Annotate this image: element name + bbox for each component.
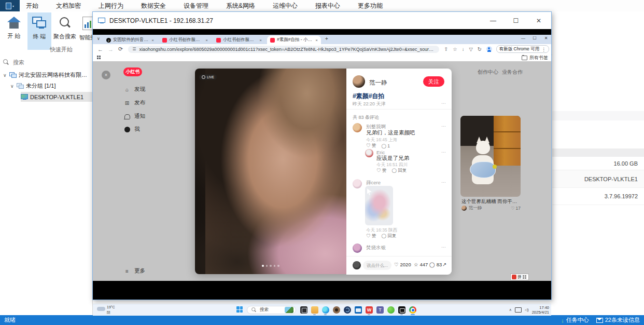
back-icon[interactable]: ← <box>97 46 103 52</box>
send-to-devices-icon[interactable]: ⇪ <box>444 46 448 52</box>
task-center-button[interactable]: ↓ 任务中心 <box>561 316 589 324</box>
chrome-icon[interactable] <box>409 306 416 314</box>
more-icon[interactable]: ⋯ <box>441 101 446 106</box>
my-avatar[interactable] <box>353 261 361 269</box>
menu-item-ops-center[interactable]: 运维中心 <box>271 0 300 12</box>
nav-discover[interactable]: ⌂ 发现 <box>124 86 145 93</box>
teams-icon[interactable]: T <box>376 306 384 314</box>
remote-close-button[interactable]: ✕ <box>527 12 550 29</box>
expand-icon[interactable]: ∨ <box>3 73 7 78</box>
capcut-icon[interactable] <box>398 306 405 314</box>
chrome-update-chip[interactable]: 有新版 Chrome 可用 ⋮ <box>496 45 549 53</box>
wechat-icon[interactable] <box>387 306 395 314</box>
tray-speaker-icon[interactable]: ◁) <box>525 308 529 312</box>
collect-button[interactable]: ☆ 447 <box>414 262 428 267</box>
business-coop-link[interactable]: 业务合作 <box>502 69 523 76</box>
tree-node-group[interactable]: ∨ 未分组 [1/1] <box>10 81 92 91</box>
comment-input[interactable]: 说点什么... <box>363 261 391 270</box>
tab-xhs-creator-1[interactable]: 小红书创作服务平台 × <box>159 36 211 44</box>
forward-icon[interactable]: → <box>108 46 114 52</box>
nav-me[interactable]: 我 <box>124 126 140 133</box>
apps-grid-icon[interactable] <box>97 56 101 59</box>
share-button[interactable]: ↗ <box>442 262 446 267</box>
wps-office-icon[interactable]: W <box>366 306 373 314</box>
author-name[interactable]: 范一静 <box>369 79 387 87</box>
menu-item-more-functions[interactable]: 更多功能 <box>356 0 385 12</box>
creator-center-link[interactable]: 创作中心 <box>478 69 498 76</box>
commenter-avatar[interactable] <box>353 123 362 132</box>
post-photo[interactable]: LIVE <box>195 69 346 274</box>
like-button[interactable]: ♡ 2020 <box>394 262 411 267</box>
weather-temp[interactable]: 19°C <box>107 305 115 309</box>
sidebar-search[interactable] <box>3 58 86 67</box>
commenter-avatar[interactable] <box>365 149 373 157</box>
tab-close-icon[interactable]: × <box>151 38 154 43</box>
browser-close-button[interactable]: ✕ <box>541 35 551 42</box>
menu-item-device-mgmt[interactable]: 设备管理 <box>181 0 211 12</box>
new-tab-button[interactable]: + <box>325 36 328 42</box>
menu-item-start[interactable]: 开始 <box>24 0 40 12</box>
ime-indicator[interactable]: 拼 <box>510 274 529 280</box>
kebab-menu-icon[interactable]: ⋮ <box>541 47 546 52</box>
comment-like-button[interactable]: ♡ 赞 <box>366 233 376 239</box>
more-icon[interactable]: ⋯ <box>441 124 446 129</box>
tree-node-terminal[interactable]: DESKTOP-VLKTLE1 <box>21 92 92 102</box>
download-icon[interactable]: ↓ <box>462 46 465 52</box>
feed-like-button[interactable]: ♡ 17 <box>511 206 521 211</box>
browser-maximize-button[interactable]: ☐ <box>529 35 540 42</box>
copilot-icon[interactable] <box>344 306 351 314</box>
taskbar-search[interactable]: 搜索 <box>247 306 296 314</box>
nav-notifications[interactable]: 通知 <box>124 113 145 120</box>
more-icon[interactable]: ⋯ <box>441 180 446 185</box>
address-bar[interactable]: ☰ xiaohongshu.com/explore/6805029a000000… <box>128 46 439 53</box>
browser-minimize-button[interactable]: — <box>518 35 528 42</box>
file-explorer-icon[interactable] <box>311 306 318 314</box>
avatar[interactable] <box>461 206 467 211</box>
weather-cloud-icon[interactable] <box>97 307 105 311</box>
feed-card-caption[interactable]: 这个世界乱糟糟 而你干干净净 <box>461 198 521 205</box>
task-view-icon[interactable] <box>300 306 307 314</box>
comment-reply-button[interactable]: ◯ 回复 <box>391 168 407 174</box>
tab-close-icon[interactable]: × <box>259 38 262 43</box>
commenter-avatar[interactable] <box>353 179 362 188</box>
tab-douyin[interactable]: ♪ 安固软件的抖音 - 抖音 × <box>103 36 157 44</box>
start-button[interactable] <box>236 306 243 313</box>
more-icon[interactable]: ⋯ <box>441 245 446 250</box>
menu-item-system-network[interactable]: 系统&网络 <box>224 0 257 12</box>
menu-item-report-center[interactable]: 报表中心 <box>313 0 342 12</box>
modal-close-button[interactable]: × <box>102 71 110 79</box>
remote-maximize-button[interactable]: ☐ <box>505 12 527 29</box>
tab-search-chevron-icon[interactable]: ∨ <box>97 36 100 41</box>
menu-item-data-security[interactable]: 数据安全 <box>139 0 168 12</box>
outlook-icon[interactable] <box>355 306 362 314</box>
xiaohongshu-logo[interactable]: 小红书 <box>123 67 142 76</box>
tray-display-icon[interactable] <box>515 307 522 313</box>
sidebar-search-input[interactable] <box>12 59 88 66</box>
comment-like-button[interactable]: ♡ 赞 <box>366 143 376 149</box>
tray-chevron-icon[interactable]: ∧ <box>509 308 512 312</box>
tab-close-icon[interactable]: × <box>315 38 318 43</box>
comment-reply-button[interactable]: ◯ 回复 <box>381 233 396 239</box>
follow-button[interactable]: 关注 <box>423 76 444 87</box>
expand-icon[interactable]: ∨ <box>10 84 15 89</box>
ribbon-search-button[interactable]: 聚合搜索 <box>52 12 77 50</box>
all-bookmarks-button[interactable]: 所有书签 <box>522 55 548 61</box>
comment-author[interactable]: 焚烧水银 <box>366 245 386 251</box>
author-avatar[interactable] <box>353 75 365 88</box>
menu-item-web-behavior[interactable]: 上网行为 <box>96 0 125 12</box>
menu-item-doc-encrypt[interactable]: 文档加密 <box>54 0 83 12</box>
post-title[interactable]: #素颜#自拍 <box>353 92 384 101</box>
bookmark-star-icon[interactable]: ☆ <box>453 46 457 52</box>
remote-minimize-button[interactable]: — <box>482 12 505 29</box>
nav-more[interactable]: ≡ 更多 <box>124 267 145 275</box>
tab-xhs-creator-2[interactable]: 小红书创作服务平台 × <box>213 36 265 44</box>
commenter-avatar[interactable] <box>353 243 362 253</box>
comment-reply-button[interactable]: ◯ 1 <box>381 143 390 148</box>
extension-flask-icon[interactable]: ▽ <box>469 46 472 52</box>
feed-author-name[interactable]: 范一静 <box>469 205 482 211</box>
reload-icon[interactable]: ⟳ <box>118 46 123 52</box>
unread-messages-button[interactable]: 22条未读信息 <box>596 316 640 324</box>
site-info-icon[interactable]: ☰ <box>132 47 136 51</box>
nav-publish[interactable]: ⊞ 发布 <box>124 99 145 106</box>
more-icon[interactable]: ⋯ <box>441 150 446 155</box>
